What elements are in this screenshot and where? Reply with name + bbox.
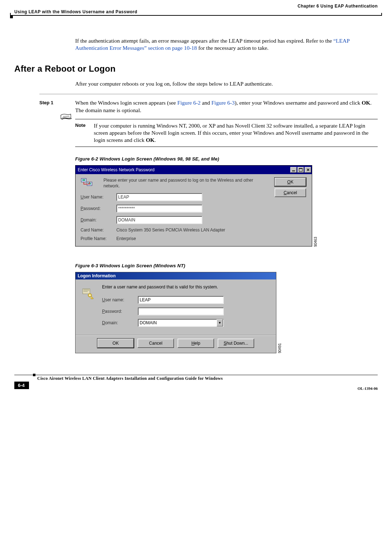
fig63-message: Enter a user name and password that is v…: [102, 284, 271, 290]
intro-paragraph: If the authentication attempt fails, an …: [75, 37, 378, 52]
cancel-u: C: [284, 190, 287, 195]
note-icon: [60, 113, 73, 121]
note-t2: .: [155, 137, 156, 143]
note-label: Note: [75, 122, 94, 144]
intro-text1: If the authentication attempt fails, an …: [75, 38, 333, 44]
domain-input[interactable]: DOMAIN: [116, 216, 202, 224]
step1-t1: When the Windows login screen appears (s…: [75, 100, 177, 106]
nt-domain-val: DOMAIN: [140, 320, 157, 325]
header-section: Using LEAP with the Windows Username and…: [14, 9, 137, 14]
minimize-button[interactable]: [290, 167, 297, 173]
nt-username-label: User name:: [102, 297, 138, 302]
note-t1: If your computer is running Windows NT, …: [94, 123, 368, 143]
nt-ok-button[interactable]: OK: [97, 339, 134, 348]
after-paragraph: After your computer reboots or you log o…: [75, 80, 378, 87]
step1-t2: and: [200, 100, 211, 106]
maximize-button[interactable]: [297, 167, 304, 173]
nt-domain-label: Domain:: [102, 320, 138, 325]
cancel-button[interactable]: Cancel: [275, 188, 306, 197]
profilename-label: Profile Name:: [81, 236, 116, 241]
fig63-link[interactable]: Figure 6-3: [211, 100, 234, 106]
fig62-image-id: 90463: [314, 236, 318, 247]
password-label: Password:: [81, 206, 116, 211]
fig62-title: Enter Cisco Wireless Network Password: [78, 167, 155, 172]
svg-rect-1: [82, 179, 85, 181]
note-text: If your computer is running Windows NT, …: [94, 122, 378, 144]
nt-password-label: Password:: [102, 309, 138, 314]
ok-button[interactable]: OK: [275, 178, 306, 186]
nt-shutdown-button[interactable]: Shut Down...: [218, 339, 254, 348]
network-icon: [81, 178, 93, 188]
profilename-value: Enterprise: [116, 236, 307, 241]
step1-label: Step 1: [39, 99, 75, 114]
username-input[interactable]: LEAP: [116, 193, 202, 201]
cardname-value: Cisco System 350 Series PCMCIA Wireless …: [116, 228, 307, 233]
password-input[interactable]: **********: [116, 205, 202, 212]
close-button[interactable]: ✕: [305, 167, 311, 173]
fig62-link[interactable]: Figure 6-2: [177, 100, 200, 106]
nt-domain-combobox[interactable]: DOMAIN ▼: [138, 319, 224, 327]
step1-ok: OK: [362, 100, 370, 106]
username-label: User Name:: [81, 195, 116, 200]
fig63-title: Logon Information: [76, 272, 276, 279]
step1-t3: ), enter your Windows username and passw…: [234, 100, 362, 106]
intro-text2: for the necessary action to take.: [197, 45, 268, 51]
fig63-caption: Figure 6-3 Windows Login Screen (Windows…: [75, 263, 378, 268]
nt-password-input[interactable]: [138, 307, 224, 315]
page-number: 6-4: [14, 382, 29, 389]
nt-user-val: LEAP: [140, 297, 151, 302]
ok-r: K: [291, 180, 294, 185]
note-ok: OK: [146, 137, 154, 143]
step1-text: When the Windows login screen appears (s…: [75, 99, 378, 114]
nt-help-button[interactable]: Help: [178, 339, 214, 348]
fig63-image-id: 90491: [278, 343, 282, 353]
svg-point-6: [89, 295, 91, 296]
cancel-r: ancel: [287, 190, 297, 195]
footer-docid: OL-1394-06: [358, 381, 378, 391]
footer-title: Cisco Aironet Wireless LAN Client Adapte…: [14, 375, 378, 381]
section-heading: After a Reboot or Logon: [14, 64, 378, 74]
key-icon: [81, 287, 102, 301]
domain-label: Domain:: [81, 217, 116, 223]
nt-username-input[interactable]: LEAP: [138, 296, 224, 304]
nt-cancel-button[interactable]: Cancel: [137, 339, 174, 348]
ok-u: O: [287, 180, 290, 185]
fig63-dialog: Logon Information: [75, 272, 276, 353]
domain-dropdown-button[interactable]: ▼: [217, 319, 223, 326]
fig62-caption: Figure 6-2 Windows Login Screen (Windows…: [75, 156, 378, 162]
fig62-dialog: Enter Cisco Wireless Network Password ✕: [75, 165, 312, 247]
header-chapter: Chapter 6 Using EAP Authentication: [297, 4, 378, 9]
cardname-label: Card Name:: [81, 228, 116, 233]
